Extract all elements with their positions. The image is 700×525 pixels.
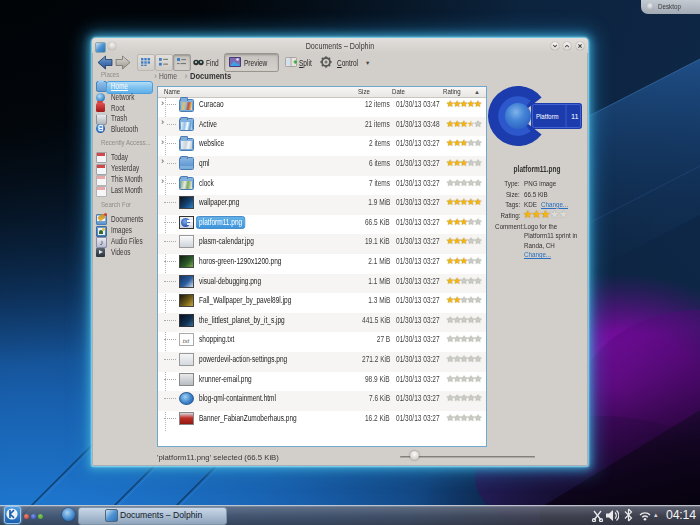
svg-text:11: 11 [571, 112, 579, 121]
svg-text:Platform: Platform [536, 112, 559, 120]
